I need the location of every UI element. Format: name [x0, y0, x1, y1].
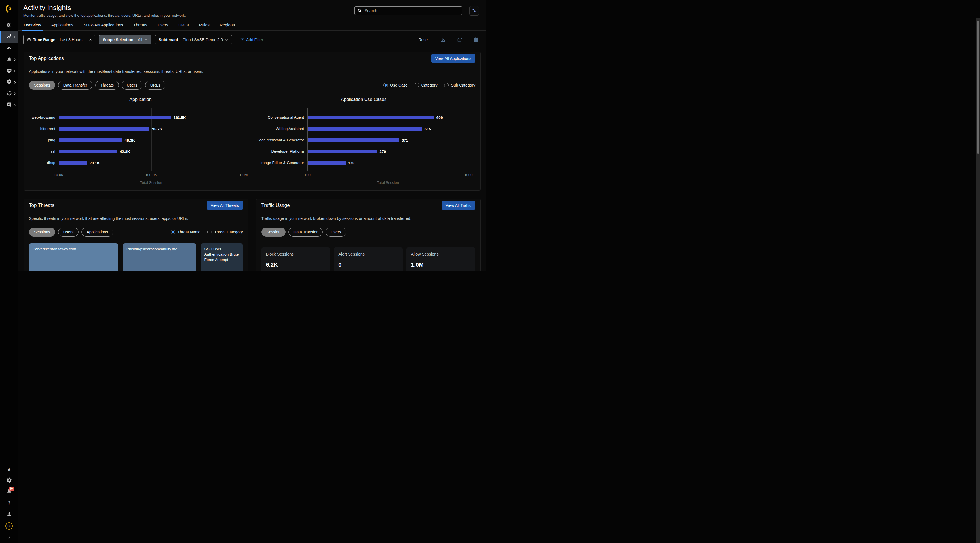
bar[interactable]	[59, 139, 122, 142]
tab-overview[interactable]: Overview	[23, 23, 41, 30]
subtenant-filter[interactable]: Subtenant: Cloud SASE Demo 2.0	[155, 35, 232, 44]
tab-users[interactable]: Users	[157, 23, 169, 30]
tab-rules[interactable]: Rules	[199, 23, 210, 30]
bar[interactable]	[308, 139, 399, 142]
sidebar-item-dotted-circle[interactable]	[0, 88, 18, 99]
search-icon	[358, 8, 362, 13]
bar-row: 371	[308, 134, 468, 146]
view-all-applications-button[interactable]: View All Applications	[431, 54, 475, 63]
toggle-sessions[interactable]: Sessions	[29, 228, 55, 237]
traffic-usage-panel: Traffic Usage View All Traffic Traffic u…	[256, 199, 481, 272]
sidebar-item-shield-check[interactable]	[0, 76, 18, 88]
sidebar-item-alarm[interactable]	[0, 54, 18, 65]
bar-value-label: 172	[348, 161, 355, 165]
toggle-sessions[interactable]: Sessions	[29, 81, 55, 90]
radio-threat-name[interactable]: Threat Name	[171, 230, 201, 234]
filter-funnel-icon	[240, 38, 244, 42]
toggle-users[interactable]: Users	[122, 81, 142, 90]
toggle-threats[interactable]: Threats	[95, 81, 119, 90]
tab-bar: Overview Applications SD-WAN Application…	[18, 20, 486, 31]
time-range-filter[interactable]: Time Range: Last 3 Hours	[23, 35, 95, 44]
bar-row: 172	[308, 157, 468, 169]
radio-sub-category[interactable]: Sub Category	[444, 83, 475, 88]
page-subtitle: Monitor traffic usage, and view the top …	[23, 13, 355, 18]
chart-plot: 609 515 371 270 172	[307, 108, 468, 171]
bar[interactable]	[308, 161, 346, 165]
chart-category-labels: web-browsingbittorrentpingssldhcp	[29, 108, 59, 171]
category-label: Conversational Agent	[252, 112, 307, 123]
tab-sd-wan-applications[interactable]: SD-WAN Applications	[83, 23, 124, 30]
chevron-right-icon	[13, 104, 16, 107]
bar-value-label: 609	[436, 115, 443, 120]
chevron-down-icon	[225, 38, 228, 41]
radio-threat-category[interactable]: Threat Category	[207, 230, 243, 234]
radio-circle-icon	[171, 230, 175, 234]
tab-applications[interactable]: Applications	[51, 23, 74, 30]
toggle-urls[interactable]: URLs	[145, 81, 165, 90]
stat-label: Block Sessions	[266, 252, 326, 256]
application-use-cases-chart: Application Use CasesConversational Agen…	[252, 97, 475, 185]
view-all-traffic-button[interactable]: View All Traffic	[442, 201, 475, 210]
sidebar-item-activity-insights[interactable]	[0, 31, 18, 43]
toggle-applications[interactable]: Applications	[81, 228, 113, 237]
sidebar-item-reports[interactable]	[0, 99, 18, 111]
chevron-right-icon	[13, 58, 16, 61]
scope-value: All	[138, 37, 142, 42]
treemap-card[interactable]: SSH User Authentication Brute Force Atte…	[201, 244, 243, 272]
bar[interactable]	[59, 127, 150, 131]
sidebar-nav	[0, 20, 18, 111]
search-input[interactable]	[364, 8, 459, 13]
treemap-card[interactable]: Parked:kentonsawdy.com	[29, 244, 118, 272]
alarm-icon	[6, 56, 12, 63]
toggle-session[interactable]: Session	[261, 228, 286, 237]
chevron-right-icon	[13, 70, 16, 73]
time-range-clear-button[interactable]	[86, 35, 95, 44]
tab-threats[interactable]: Threats	[133, 23, 148, 30]
download-icon[interactable]	[440, 37, 445, 43]
top-applications-panel: Top Applications View All Applications A…	[24, 52, 480, 191]
calendar-small-icon	[27, 38, 31, 42]
top-applications-description: Applications in your network with the mo…	[29, 69, 475, 74]
dotted-circle-icon	[6, 90, 12, 97]
stat-card-block-sessions: Block Sessions 6.2K	[261, 247, 330, 272]
bar[interactable]	[59, 150, 118, 153]
treemap-card[interactable]: Phishing:slearncommnuity.me	[123, 244, 196, 272]
bar-row: 270	[308, 146, 468, 157]
chart-x-axis: 10.0K100.0K1.0M	[59, 173, 243, 178]
reset-button[interactable]: Reset	[418, 37, 429, 42]
bar[interactable]	[59, 161, 87, 165]
bar-value-label: 95.7K	[152, 127, 162, 131]
company-logo[interactable]	[0, 0, 18, 18]
toggle-data-transfer[interactable]: Data Transfer	[288, 228, 323, 237]
stat-card-alert-sessions: Alert Sessions 0	[334, 247, 402, 272]
bar-value-label: 515	[425, 127, 431, 131]
toggle-users[interactable]: Users	[326, 228, 346, 237]
add-filter-button[interactable]: Add Filter	[240, 37, 263, 42]
stat-value: 1.0M	[411, 261, 471, 268]
chart-title: Application	[29, 97, 252, 102]
threats-treemap: Parked:kentonsawdy.com Phishing:slearnco…	[29, 244, 243, 272]
toggle-data-transfer[interactable]: Data Transfer	[58, 81, 92, 90]
bar[interactable]	[308, 150, 377, 153]
view-all-threats-button[interactable]: View All Threats	[207, 201, 243, 210]
radio-category[interactable]: Category	[415, 83, 438, 88]
activity-insights-icon	[6, 33, 12, 41]
ai-copilot-button[interactable]	[469, 6, 479, 16]
tab-urls[interactable]: URLs	[178, 23, 189, 30]
bar[interactable]	[308, 116, 434, 119]
radio-use-case[interactable]: Use Case	[383, 83, 407, 88]
tab-regions[interactable]: Regions	[219, 23, 235, 30]
toggle-users[interactable]: Users	[58, 228, 79, 237]
time-range-label: Time Range:	[33, 37, 57, 42]
sidebar-item-focus[interactable]	[0, 20, 18, 31]
export-icon[interactable]	[457, 37, 462, 43]
bar[interactable]	[308, 127, 422, 131]
bar[interactable]	[59, 116, 171, 119]
category-label: ping	[29, 134, 59, 146]
calendar-icon[interactable]	[474, 37, 479, 43]
scope-selection-filter[interactable]: Scope Selection: All	[99, 35, 151, 44]
sidebar-item-monitor-pulse[interactable]	[0, 65, 18, 76]
bar-value-label: 48.3K	[125, 138, 135, 142]
sidebar-item-dashboard-gauge[interactable]	[0, 43, 18, 54]
search-box[interactable]	[355, 6, 462, 15]
